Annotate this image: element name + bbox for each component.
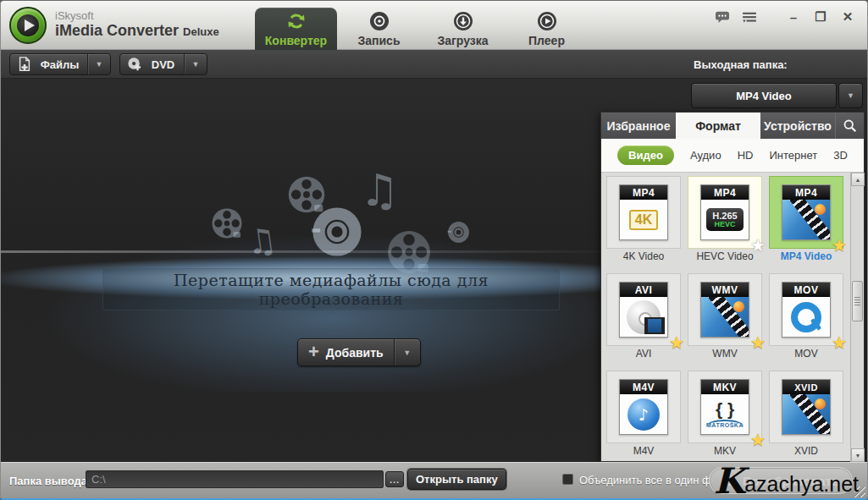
format-card-4k-video[interactable]: MP4 4K 4K Video <box>605 176 683 263</box>
output-format-dropdown[interactable]: MP4 Video <box>691 83 837 108</box>
format-card-avi[interactable]: AVI ★ AVI <box>605 273 683 360</box>
tab-player[interactable]: Плеер <box>505 8 589 50</box>
plus-icon: + <box>298 341 326 365</box>
film-art <box>782 394 830 434</box>
format-card-hevc-video[interactable]: MP4 H.265 HEVC ★ HEVC Video <box>686 176 764 263</box>
bottom-bar: Папка вывода ... Открыть папку Объединит… <box>1 462 867 499</box>
tab-device[interactable]: Устройство <box>760 113 835 139</box>
search-button[interactable] <box>835 113 864 139</box>
format-panel: Избранное Формат Устройство Видео Аудио … <box>600 112 865 462</box>
app-logo: iSkysoft iMedia Converter Deluxe <box>9 7 219 44</box>
glow-edge <box>1 250 625 253</box>
favorite-star-icon[interactable]: ★ <box>669 334 684 351</box>
app-title: iMedia Converter Deluxe <box>55 22 219 41</box>
file-plus-icon <box>17 57 32 72</box>
chevron-down-icon[interactable]: ▼ <box>185 60 207 69</box>
download-icon <box>453 11 473 31</box>
tab-favorites[interactable]: Избранное <box>601 113 676 139</box>
favorite-star-icon[interactable]: ★ <box>832 334 847 351</box>
format-card-xvid[interactable]: XVID XVID <box>767 371 845 458</box>
menu-icon <box>742 11 757 23</box>
subtab-audio[interactable]: Аудио <box>690 149 721 162</box>
drop-hint-text: Перетащите медиафайлы сюда для преобразо… <box>102 268 560 310</box>
tab-format[interactable]: Формат <box>676 113 760 139</box>
add-media-button[interactable]: + Добавить ▼ <box>297 338 421 366</box>
format-card-mov[interactable]: MOV ★ MOV <box>767 273 845 360</box>
chevron-down-icon[interactable]: ▼ <box>395 349 420 357</box>
matroska-icon: { } MATROŠKA <box>706 400 744 428</box>
tab-download[interactable]: Загрузка <box>421 8 505 50</box>
format-card-mp4-video[interactable]: MP4 ★ MP4 Video <box>767 176 845 263</box>
close-button[interactable]: ✕ <box>837 8 859 26</box>
chevron-down-icon[interactable]: ▼ <box>88 60 110 69</box>
favorite-star-icon[interactable]: ★ <box>750 431 766 448</box>
player-icon <box>537 11 557 31</box>
convert-icon <box>722 473 738 488</box>
maximize-button[interactable]: ❒ <box>810 8 832 26</box>
app-logo-icon <box>9 7 47 44</box>
minimize-button[interactable]: – <box>782 8 804 26</box>
subtab-hd[interactable]: HD <box>738 149 754 162</box>
merge-checkbox-label: Объединить все в один файл <box>579 474 730 486</box>
tab-burn[interactable]: Запись <box>337 8 421 50</box>
chat-icon <box>715 10 730 24</box>
convert-button[interactable]: Преобразовать <box>709 467 853 494</box>
format-grid: MP4 4K 4K Video MP4 H.265 H <box>601 173 864 461</box>
quicktime-icon <box>791 302 821 332</box>
brand-name: iSkysoft <box>55 10 219 22</box>
output-folder-label: Выходная папка: <box>694 58 788 71</box>
disc-icon <box>447 221 470 244</box>
scrollbar-thumb[interactable] <box>852 281 863 321</box>
favorite-star-icon[interactable]: ★ <box>750 237 766 254</box>
format-card-wmv[interactable]: WMV ★ WMV <box>686 273 764 360</box>
output-path-label: Папка вывода <box>9 475 87 487</box>
film-art <box>782 200 830 239</box>
scroll-down-arrow[interactable]: ▼ <box>851 448 865 462</box>
dvd-plus-icon <box>127 57 142 72</box>
app-edition: Deluxe <box>183 25 219 38</box>
control-spacer <box>766 8 777 26</box>
add-dvd-label: DVD <box>142 58 184 71</box>
add-files-button[interactable]: Файлы ▼ <box>9 53 111 75</box>
format-category-tabs: Видео Аудио HD Интернет 3D <box>601 139 864 173</box>
panel-scrollbar[interactable]: ▲ ▼ <box>850 173 864 462</box>
feedback-button[interactable] <box>711 8 733 26</box>
merge-checkbox[interactable] <box>562 474 573 485</box>
main-tab-bar: Конвертер Запись Загрузка <box>255 8 589 50</box>
convert-icon <box>286 11 307 31</box>
title-bar: iSkysoft iMedia Converter Deluxe Конверт… <box>1 1 867 50</box>
mini-film-art <box>644 317 665 334</box>
output-path-input[interactable] <box>86 470 384 488</box>
scroll-up-arrow[interactable]: ▲ <box>851 173 865 186</box>
resize-grip-icon[interactable] <box>854 486 865 497</box>
browse-button[interactable]: ... <box>385 471 404 487</box>
4k-badge: 4K <box>629 210 658 230</box>
output-format-dropdown-arrow[interactable]: ▼ <box>838 83 863 108</box>
add-files-label: Файлы <box>32 58 87 71</box>
subtab-video[interactable]: Видео <box>617 146 674 165</box>
subtab-3d[interactable]: 3D <box>833 149 848 162</box>
open-folder-button[interactable]: Открыть папку <box>407 469 506 490</box>
toolbar: Файлы ▼ DVD ▼ Выходная папка: <box>1 50 867 79</box>
music-note-icon: ♫ <box>360 168 400 212</box>
itunes-note-icon: ♪ <box>628 398 660 431</box>
burn-icon <box>369 11 390 31</box>
format-panel-tabs: Избранное Формат Устройство <box>601 113 864 139</box>
subtab-internet[interactable]: Интернет <box>770 149 818 162</box>
format-card-mkv[interactable]: MKV { } MATROŠKA ★ MKV <box>686 371 764 458</box>
app-window: iSkysoft iMedia Converter Deluxe Конверт… <box>0 0 868 500</box>
film-art <box>701 297 749 337</box>
film-reel-lock-icon <box>211 207 243 239</box>
favorite-star-icon[interactable]: ★ <box>750 334 766 351</box>
window-controls: – ❒ ✕ <box>711 8 859 26</box>
menu-button[interactable] <box>738 8 760 26</box>
hevc-badge: H.265 HEVC <box>706 208 743 232</box>
format-card-m4v[interactable]: M4V ♪ M4V <box>605 371 683 458</box>
favorite-star-icon[interactable]: ★ <box>832 237 847 254</box>
search-icon <box>843 118 857 133</box>
add-dvd-button[interactable]: DVD ▼ <box>119 53 207 75</box>
tab-converter[interactable]: Конвертер <box>255 8 337 50</box>
